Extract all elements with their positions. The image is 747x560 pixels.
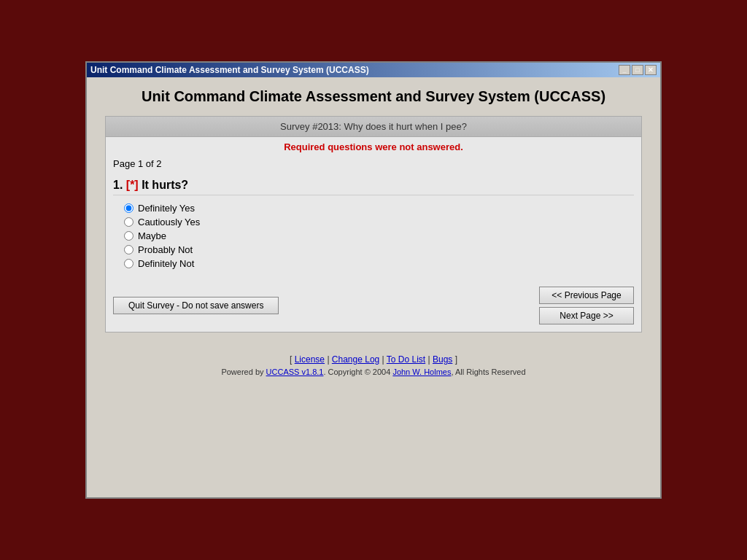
powered-by-text: Powered by <box>221 368 266 376</box>
option-probably-not-radio[interactable] <box>124 245 133 254</box>
options-list: Definitely Yes Cautiously Yes Maybe Prob… <box>113 203 634 269</box>
titlebar: Unit Command Climate Assessment and Surv… <box>87 63 660 77</box>
list-item: Definitely Not <box>124 258 634 269</box>
option-cautiously-yes-label[interactable]: Cautiously Yes <box>138 217 200 228</box>
option-definitely-not-radio[interactable] <box>124 259 133 268</box>
list-item: Maybe <box>124 230 634 241</box>
option-maybe-label[interactable]: Maybe <box>138 230 166 241</box>
window-title: Unit Command Climate Assessment and Surv… <box>90 65 369 75</box>
option-probably-not-label[interactable]: Probably Not <box>138 244 193 255</box>
nav-buttons: << Previous Page Next Page >> <box>539 287 634 324</box>
list-item: Probably Not <box>124 244 634 255</box>
close-button[interactable]: ✕ <box>645 65 657 75</box>
changelog-link[interactable]: Change Log <box>332 354 379 365</box>
maximize-button[interactable]: □ <box>632 65 643 75</box>
list-item: Definitely Yes <box>124 203 634 214</box>
option-definitely-yes-radio[interactable] <box>124 203 133 213</box>
survey-container: Survey #2013: Why does it hurt when I pe… <box>105 116 642 332</box>
license-link[interactable]: License <box>295 354 325 365</box>
minimize-button[interactable]: _ <box>619 65 630 75</box>
error-message: Required questions were not answered. <box>106 137 641 157</box>
bugs-link[interactable]: Bugs <box>433 354 452 365</box>
uccass-link[interactable]: UCCASS v1.8.1 <box>266 368 324 376</box>
buttons-row: Quit Survey - Do not save answers << Pre… <box>106 279 641 332</box>
footer-powered: Powered by UCCASS v1.8.1. Copyright © 20… <box>105 368 642 376</box>
option-maybe-radio[interactable] <box>124 231 133 241</box>
list-item: Cautiously Yes <box>124 217 634 228</box>
page-info: Page 1 of 2 <box>106 157 641 175</box>
question-section: 1. [*] It hurts? Definitely Yes Cautious… <box>106 175 641 279</box>
previous-page-button[interactable]: << Previous Page <box>539 287 634 304</box>
footer-links: [ License | Change Log | To Do List | Bu… <box>105 354 642 365</box>
copyright-text: . Copyright © 2004 <box>323 368 392 376</box>
page-title: Unit Command Climate Assessment and Surv… <box>105 88 642 105</box>
next-page-button[interactable]: Next Page >> <box>539 307 634 324</box>
todo-link[interactable]: To Do List <box>387 354 425 365</box>
main-content: Unit Command Climate Assessment and Surv… <box>87 77 660 391</box>
question-text: It hurts? <box>142 179 188 191</box>
footer: [ License | Change Log | To Do List | Bu… <box>105 354 642 376</box>
survey-header: Survey #2013: Why does it hurt when I pe… <box>106 117 641 137</box>
main-window: Unit Command Climate Assessment and Surv… <box>85 61 662 499</box>
author-link[interactable]: John W. Holmes <box>392 368 451 376</box>
option-cautiously-yes-radio[interactable] <box>124 217 133 227</box>
quit-button[interactable]: Quit Survey - Do not save answers <box>113 297 279 314</box>
question-label: 1. [*] It hurts? <box>113 179 634 195</box>
question-number: 1. <box>113 179 123 191</box>
option-definitely-not-label[interactable]: Definitely Not <box>138 258 194 269</box>
rights-text: , All Rights Reserved <box>451 368 525 376</box>
option-definitely-yes-label[interactable]: Definitely Yes <box>138 203 195 214</box>
titlebar-buttons: _ □ ✕ <box>619 65 657 75</box>
required-marker: [*] <box>126 179 139 191</box>
